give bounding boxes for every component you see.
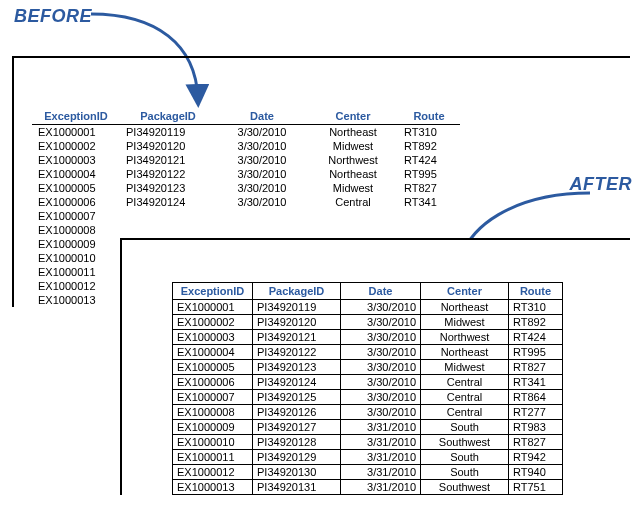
cell-route: RT827 [509,360,563,375]
cell-pkg: PI34920129 [253,450,341,465]
cell-date: 3/30/2010 [341,315,421,330]
cell-pkg: PI34920124 [120,195,216,209]
table-row: EX1000012PI349201303/31/2010SouthRT940 [173,465,563,480]
cell-ex: EX1000011 [32,265,120,279]
cell-ex: EX1000012 [32,279,120,293]
cell-route: RT892 [509,315,563,330]
cell-date: 3/31/2010 [341,420,421,435]
cell-route: RT310 [398,125,460,140]
cell-date: 3/31/2010 [341,480,421,495]
cell-ex: EX1000008 [32,223,120,237]
cell-ex: EX1000006 [173,375,253,390]
cell-date: 3/30/2010 [216,139,308,153]
col-date: Date [216,108,308,125]
cell-pkg: PI34920119 [120,125,216,140]
col-exception: ExceptionID [173,283,253,300]
cell-center: Central [421,390,509,405]
cell-center: South [421,465,509,480]
table-row: EX1000009PI349201273/31/2010SouthRT983 [173,420,563,435]
cell-route [398,223,460,237]
cell-ex: EX1000005 [32,181,120,195]
cell-ex: EX1000009 [32,237,120,251]
cell-ex: EX1000006 [32,195,120,209]
cell-center: Midwest [308,181,398,195]
col-center: Center [421,283,509,300]
cell-date: 3/30/2010 [341,390,421,405]
cell-route: RT983 [509,420,563,435]
cell-ex: EX1000008 [173,405,253,420]
cell-route: RT942 [509,450,563,465]
cell-center: Northwest [421,330,509,345]
cell-ex: EX1000001 [173,300,253,315]
table-row: EX1000008PI349201263/30/2010CentralRT277 [173,405,563,420]
table-row: EX1000013PI349201313/31/2010SouthwestRT7… [173,480,563,495]
cell-route: RT277 [509,405,563,420]
cell-pkg: PI34920130 [253,465,341,480]
cell-route: RT827 [509,435,563,450]
cell-date: 3/30/2010 [341,375,421,390]
cell-route: RT995 [509,345,563,360]
cell-pkg: PI34920120 [120,139,216,153]
cell-route: RT892 [398,139,460,153]
cell-ex: EX1000003 [32,153,120,167]
cell-pkg: PI34920123 [120,181,216,195]
table-row: EX1000004PI349201223/30/2010NortheastRT9… [32,167,460,181]
cell-ex: EX1000003 [173,330,253,345]
cell-ex: EX1000007 [173,390,253,405]
cell-ex: EX1000013 [173,480,253,495]
cell-date: 3/30/2010 [341,405,421,420]
cell-center: Northeast [421,300,509,315]
cell-pkg: PI34920123 [253,360,341,375]
col-package: PackageID [120,108,216,125]
cell-route: RT827 [398,181,460,195]
table-row: EX1000001PI349201193/30/2010NortheastRT3… [32,125,460,140]
cell-center: Southwest [421,480,509,495]
cell-route: RT341 [398,195,460,209]
cell-pkg: PI34920122 [120,167,216,181]
cell-pkg: PI34920126 [253,405,341,420]
col-exception: ExceptionID [32,108,120,125]
col-center: Center [308,108,398,125]
cell-route: RT310 [509,300,563,315]
table-row: EX1000008 [32,223,460,237]
cell-center [308,223,398,237]
cell-date: 3/31/2010 [341,465,421,480]
cell-pkg: PI34920124 [253,375,341,390]
cell-route: RT424 [509,330,563,345]
cell-ex: EX1000001 [32,125,120,140]
cell-date: 3/30/2010 [216,153,308,167]
table-row: EX1000006PI349201243/30/2010CentralRT341 [32,195,460,209]
col-package: PackageID [253,283,341,300]
cell-route: RT751 [509,480,563,495]
cell-ex: EX1000004 [32,167,120,181]
cell-center: Northeast [421,345,509,360]
cell-ex: EX1000010 [32,251,120,265]
cell-pkg: PI34920121 [120,153,216,167]
cell-ex: EX1000013 [32,293,120,307]
table-row: EX1000002PI349201203/30/2010MidwestRT892 [32,139,460,153]
cell-ex: EX1000009 [173,420,253,435]
table-row: EX1000005PI349201233/30/2010MidwestRT827 [32,181,460,195]
cell-ex: EX1000004 [173,345,253,360]
cell-center: Central [308,195,398,209]
col-route: Route [398,108,460,125]
cell-ex: EX1000002 [32,139,120,153]
cell-pkg: PI34920120 [253,315,341,330]
cell-ex: EX1000012 [173,465,253,480]
cell-route [398,209,460,223]
table-row: EX1000001PI349201193/30/2010NortheastRT3… [173,300,563,315]
cell-ex: EX1000010 [173,435,253,450]
cell-date: 3/30/2010 [216,181,308,195]
cell-ex: EX1000007 [32,209,120,223]
table-row: EX1000006PI349201243/30/2010CentralRT341 [173,375,563,390]
cell-date [216,223,308,237]
cell-ex: EX1000005 [173,360,253,375]
table-header-row: ExceptionID PackageID Date Center Route [173,283,563,300]
table-header-row: ExceptionID PackageID Date Center Route [32,108,460,125]
cell-center: Midwest [308,139,398,153]
cell-route: RT940 [509,465,563,480]
cell-date: 3/30/2010 [341,360,421,375]
cell-center: Midwest [421,360,509,375]
cell-center: Southwest [421,435,509,450]
table-row: EX1000004PI349201223/30/2010NortheastRT9… [173,345,563,360]
